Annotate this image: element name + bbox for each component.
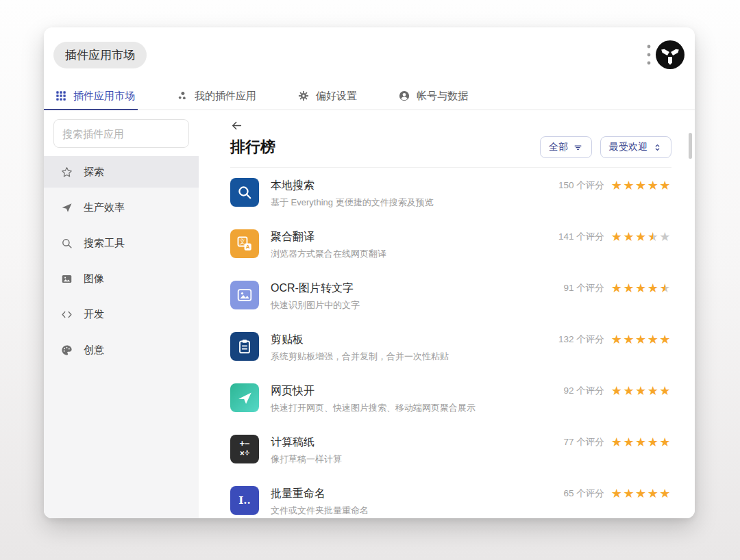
app-row[interactable]: 本地搜索 基于 Everything 更便捷的文件搜索及预览 150 个评分 ★…: [230, 168, 671, 219]
rating-count: 65 个评分: [564, 486, 604, 501]
kebab-menu-icon[interactable]: [645, 42, 652, 67]
app-description: 快速识别图片中的文字: [271, 299, 360, 311]
star-rating: ★★★★★: [611, 179, 671, 192]
app-rating: 65 个评分 ★★★★★: [564, 486, 671, 501]
app-row[interactable]: +−×÷ 计算稿纸 像打草稿一样计算 77 个评分 ★★★★★: [230, 424, 671, 476]
translate-icon: 文A: [230, 229, 259, 258]
sidebar: 探索 生产效率 搜索工具 图像 开发 创意: [44, 110, 199, 518]
star-icon: ★: [623, 384, 635, 398]
star-icon: ★: [623, 281, 635, 295]
rating-count: 92 个评分: [564, 383, 604, 398]
star-icon: ★: [611, 179, 624, 192]
account-icon: [398, 90, 410, 102]
scrollbar-thumb[interactable]: [689, 133, 692, 159]
app-description: 基于 Everything 更便捷的文件搜索及预览: [271, 196, 434, 208]
sidebar-item-creative[interactable]: 创意: [44, 334, 199, 366]
star-icon: ★: [648, 384, 660, 398]
tab-label: 偏好设置: [316, 90, 357, 103]
star-icon: ★: [635, 384, 648, 398]
app-rating: 150 个评分 ★★★★★: [558, 178, 671, 193]
star-icon: ★: [623, 487, 635, 500]
search-input[interactable]: [62, 128, 199, 140]
app-rating: 141 个评分 ★★★★★: [558, 229, 671, 244]
category-list: 探索 生产效率 搜索工具 图像 开发 创意: [44, 156, 199, 518]
filter-all-button[interactable]: 全部: [540, 136, 592, 158]
search-box: [53, 119, 189, 148]
app-row[interactable]: OCR-图片转文字 快速识别图片中的文字 91 个评分 ★★★★★: [230, 270, 671, 322]
star-icon: ★: [659, 281, 671, 295]
paper-plane-icon: [60, 201, 73, 214]
app-description: 像打草稿一样计算: [271, 453, 342, 465]
app-description: 浏览器方式聚合在线网页翻译: [271, 248, 386, 259]
svg-text:A: A: [246, 244, 250, 250]
app-name: 网页快开: [271, 383, 476, 398]
rating-count: 150 个评分: [558, 178, 604, 193]
star-icon: ★: [635, 281, 648, 295]
star-icon: ★: [635, 230, 648, 244]
sidebar-item-productivity[interactable]: 生产效率: [44, 192, 199, 223]
sidebar-item-dev[interactable]: 开发: [44, 298, 199, 330]
star-icon: ★: [611, 333, 624, 346]
tab-bar: 插件应用市场 我的插件应用 偏好设置 帐号与数据: [44, 82, 695, 110]
category-label: 探索: [84, 166, 104, 179]
category-label: 开发: [84, 308, 104, 321]
tab-market[interactable]: 插件应用市场: [53, 82, 136, 110]
star-icon: ★: [611, 230, 624, 244]
star-icon: ★: [648, 179, 660, 192]
app-name: 聚合翻译: [271, 229, 386, 244]
image-icon: [60, 272, 73, 285]
star-icon: ★: [648, 435, 660, 449]
app-description: 快速打开网页、快速图片搜索、移动端网页聚合展示: [271, 402, 476, 413]
grid-icon: [55, 90, 67, 102]
tab-account[interactable]: 帐号与数据: [397, 82, 469, 110]
clipboard-icon: [230, 332, 259, 361]
app-list: 本地搜索 基于 Everything 更便捷的文件搜索及预览 150 个评分 ★…: [230, 168, 671, 518]
sidebar-item-explore[interactable]: 探索: [44, 156, 199, 188]
rating-count: 77 个评分: [564, 435, 604, 450]
star-icon: ★: [611, 435, 624, 449]
star-icon: ★: [648, 487, 660, 500]
rating-count: 141 个评分: [558, 229, 604, 244]
sidebar-item-search-tools[interactable]: 搜索工具: [44, 227, 199, 259]
app-rating: 132 个评分 ★★★★★: [558, 332, 671, 347]
star-icon: ★: [659, 230, 671, 244]
back-arrow-icon[interactable]: [230, 119, 244, 133]
star-icon: ★: [635, 333, 648, 346]
star-icon: ★: [635, 179, 648, 192]
tab-my-plugins[interactable]: 我的插件应用: [175, 82, 258, 110]
sidebar-item-image[interactable]: 图像: [44, 263, 199, 294]
app-description: 系统剪贴板增强，合并复制，合并一次性粘贴: [271, 351, 449, 362]
star-icon: ★: [659, 179, 671, 192]
app-row[interactable]: 剪贴板 系统剪贴板增强，合并复制，合并一次性粘贴 132 个评分 ★★★★★: [230, 322, 671, 373]
code-icon: [60, 308, 73, 321]
star-rating: ★★★★★: [611, 333, 671, 346]
app-name: 批量重命名: [271, 486, 369, 501]
star-icon: ★: [648, 230, 660, 244]
rating-count: 91 个评分: [564, 281, 604, 296]
app-name: 剪贴板: [271, 332, 449, 347]
sort-most-popular-button[interactable]: 最受欢迎: [600, 136, 671, 158]
star-icon: ★: [623, 179, 635, 192]
star-icon: ★: [611, 384, 624, 398]
utools-logo-icon[interactable]: [655, 40, 685, 70]
filter-icon: [573, 142, 583, 153]
star-icon: ★: [659, 487, 671, 500]
category-label: 生产效率: [84, 201, 125, 214]
app-description: 文件或文件夹批量重命名: [271, 505, 369, 516]
star-icon: [60, 166, 73, 179]
star-icon: ★: [659, 384, 671, 398]
tab-preferences[interactable]: 偏好设置: [296, 82, 358, 110]
app-name: OCR-图片转文字: [271, 281, 360, 296]
search-icon: [60, 237, 73, 250]
sort-icon: [652, 142, 663, 153]
app-row[interactable]: I.. 批量重命名 文件或文件夹批量重命名 65 个评分 ★★★★★: [230, 476, 671, 518]
app-row[interactable]: 网页快开 快速打开网页、快速图片搜索、移动端网页聚合展示 92 个评分 ★★★★…: [230, 373, 671, 424]
star-icon: ★: [623, 435, 635, 449]
app-name: 本地搜索: [271, 178, 434, 193]
star-rating: ★★★★★: [611, 384, 671, 398]
ocr-image-icon: [230, 281, 259, 309]
app-row[interactable]: 文A 聚合翻译 浏览器方式聚合在线网页翻译 141 个评分 ★★★★★: [230, 219, 671, 270]
window-header: 插件应用市场: [44, 27, 695, 82]
star-rating: ★★★★★: [611, 230, 671, 244]
tab-label: 我的插件应用: [195, 90, 256, 103]
